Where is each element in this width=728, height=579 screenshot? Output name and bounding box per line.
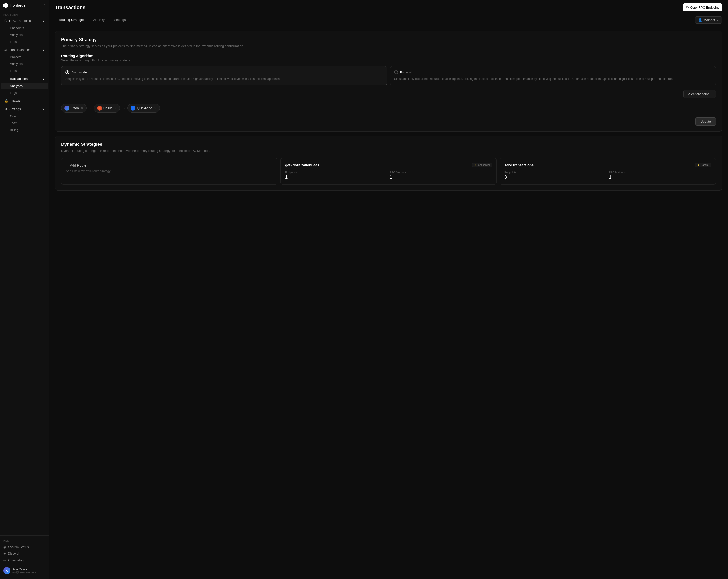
radio-parallel	[394, 70, 398, 74]
route-name-sendTransactions: sendTransactions	[504, 163, 534, 167]
copy-rpc-endpoint-button[interactable]: ⧉ Copy RPC Endpoint	[683, 3, 722, 11]
sidebar-group-load-balancer-header[interactable]: ⚖ Load Balancer ∨	[1, 46, 48, 53]
tab-api-keys[interactable]: API Keys	[89, 15, 110, 25]
radio-sequential	[66, 70, 69, 74]
sidebar-item-analytics-rpc[interactable]: Analytics	[1, 31, 48, 38]
sidebar-header: Ironforge ⌃	[0, 0, 49, 11]
firewall-label: Firewall	[10, 99, 21, 103]
endpoints-count-1: 3	[504, 175, 607, 180]
sidebar-item-projects[interactable]: Projects	[1, 54, 48, 60]
user-menu-icon[interactable]: ⌃	[43, 569, 46, 572]
discord-label: Discord	[8, 552, 19, 555]
system-status-icon: ◉	[3, 545, 6, 549]
avatar: IC	[3, 567, 10, 574]
tabs-bar: Routing Strategies API Keys Settings 👤 M…	[49, 15, 728, 25]
strategy-option-sequential[interactable]: Sequential Sequentially sends requests t…	[61, 66, 387, 85]
load-balancer-chevron-icon: ∨	[42, 48, 45, 52]
dynamic-route-sendTransactions[interactable]: sendTransactions ⚡ Parallel Endpoints 3 …	[500, 158, 716, 185]
sequential-desc: Sequentially sends requests to each RPC …	[66, 77, 383, 81]
transactions-label: Transactions	[9, 77, 28, 81]
sidebar-group-firewall-header[interactable]: 🔒 Firewall	[1, 97, 48, 104]
sidebar-item-changelog[interactable]: ✏ Changelog	[0, 557, 49, 563]
route-stats-getPrioritizationFees: Endpoints 1 RPC Methods 1	[285, 171, 492, 180]
network-chevron-icon: ∨	[717, 18, 719, 22]
sidebar-item-discord[interactable]: ◈ Discord	[0, 550, 49, 557]
sidebar-item-analytics-tx[interactable]: Analytics	[1, 83, 48, 89]
sidebar-group-rpc-endpoints-header[interactable]: ⬡ RPC Endpoints ∨	[1, 17, 48, 24]
sidebar-bottom: Help ◉ System Status ◈ Discord ✏ Changel…	[0, 535, 49, 579]
routing-algorithm-desc: Select the routing algorithm for your pr…	[61, 59, 716, 62]
sidebar-item-logs-tx[interactable]: Logs	[1, 89, 48, 96]
dynamic-strategies-title: Dynamic Strategies	[61, 142, 716, 147]
app-logo[interactable]: Ironforge	[3, 3, 25, 8]
network-label: Mainnet	[704, 18, 715, 22]
quicknode-label: Quicknode	[137, 106, 152, 110]
add-route-card[interactable]: + Add Route Add a new dynamic route stra…	[61, 158, 278, 185]
sidebar-item-endpoints[interactable]: Endpoints	[1, 25, 48, 31]
sidebar-item-logs-lb[interactable]: Logs	[1, 67, 48, 74]
help-section-label: Help	[0, 538, 49, 544]
helius-remove-button[interactable]: ✕	[114, 106, 117, 110]
rpc-methods-label-0: RPC Methods	[390, 171, 492, 174]
sidebar-item-analytics-lb[interactable]: Analytics	[1, 60, 48, 67]
dynamic-strategies-card: Dynamic Strategies Dynamic routing strat…	[55, 136, 722, 191]
tab-settings[interactable]: Settings	[110, 15, 130, 25]
main-content: Transactions ⧉ Copy RPC Endpoint Routing…	[49, 0, 728, 579]
dynamic-routes-grid: + Add Route Add a new dynamic route stra…	[61, 158, 716, 185]
quicknode-remove-button[interactable]: ✕	[154, 106, 157, 110]
routing-algorithm-title: Routing Algorithm	[61, 54, 716, 58]
endpoints-label-0: Endpoints	[285, 171, 388, 174]
parallel-label: Parallel	[400, 70, 412, 74]
sidebar-group-transactions: ◫ Transactions ∨ Analytics Logs	[0, 75, 49, 96]
sidebar-item-logs-rpc[interactable]: Logs	[1, 38, 48, 45]
strategy-option-parallel[interactable]: Parallel Simultaneously dispatches reque…	[390, 66, 716, 85]
endpoints-count-0: 1	[285, 175, 388, 180]
update-button[interactable]: Update	[695, 117, 716, 126]
triton-icon	[64, 106, 69, 111]
network-selector[interactable]: 👤 Mainnet ∨	[695, 17, 722, 24]
parallel-badge-label: Parallel	[701, 164, 709, 166]
sidebar-group-settings: ⚙ Settings ∨ General Team Billing	[0, 105, 49, 133]
primary-strategy-card: Primary Strategy The primary strategy se…	[55, 31, 722, 132]
sidebar-group-transactions-header[interactable]: ◫ Transactions ∨	[1, 75, 48, 82]
transactions-chevron-icon: ∨	[42, 77, 45, 81]
add-plus-icon: +	[66, 163, 69, 168]
page-title: Transactions	[55, 5, 85, 10]
load-balancer-items: Projects Analytics Logs	[0, 54, 49, 74]
app-name: Ironforge	[10, 3, 25, 7]
triton-remove-button[interactable]: ✕	[81, 106, 83, 110]
user-section: IC Italo Casas me@italoacasas.com ⌃	[0, 564, 49, 577]
changelog-label: Changelog	[8, 558, 24, 562]
sequential-badge-label: Sequential	[478, 164, 490, 166]
sidebar-item-general[interactable]: General	[1, 113, 48, 120]
update-row: Update	[61, 115, 716, 126]
rpc-methods-label-1: RPC Methods	[609, 171, 711, 174]
triton-label: Triton	[71, 106, 79, 110]
load-balancer-icon: ⚖	[4, 48, 7, 52]
settings-chevron-icon: ∨	[42, 107, 45, 111]
route-stats-sendTransactions: Endpoints 3 RPC Methods 1	[504, 171, 711, 180]
sequential-label: Sequential	[71, 70, 89, 74]
sidebar-item-system-status[interactable]: ◉ System Status	[0, 544, 49, 550]
tabs: Routing Strategies API Keys Settings	[55, 15, 130, 25]
rpc-methods-count-1: 1	[609, 175, 711, 180]
sidebar-group-settings-header[interactable]: ⚙ Settings ∨	[1, 105, 48, 112]
select-endpoint-button[interactable]: Select endpoint ⌃	[683, 90, 716, 98]
top-bar: Transactions ⧉ Copy RPC Endpoint	[49, 0, 728, 15]
discord-icon: ◈	[3, 552, 6, 555]
tab-routing-strategies[interactable]: Routing Strategies	[55, 15, 89, 25]
parallel-badge-icon: ⚡	[697, 164, 700, 166]
sidebar: Ironforge ⌃ Platform ⬡ RPC Endpoints ∨ E…	[0, 0, 49, 579]
dynamic-route-getPrioritizationFees[interactable]: getPrioritizationFees ⚡ Sequential Endpo…	[281, 158, 497, 185]
sidebar-group-rpc-endpoints: ⬡ RPC Endpoints ∨ Endpoints Analytics Lo…	[0, 17, 49, 45]
rpc-endpoints-icon: ⬡	[4, 19, 7, 23]
sidebar-item-billing[interactable]: Billing	[1, 127, 48, 133]
settings-label: Settings	[9, 107, 21, 111]
logo-icon	[3, 3, 8, 8]
sidebar-group-firewall: 🔒 Firewall	[0, 97, 49, 104]
sidebar-item-team[interactable]: Team	[1, 120, 48, 126]
strategy-options-grid: Sequential Sequentially sends requests t…	[61, 66, 716, 85]
sidebar-collapse-icon[interactable]: ⌃	[43, 4, 46, 7]
transactions-icon: ◫	[4, 77, 7, 81]
select-endpoint-label: Select endpoint	[686, 92, 708, 96]
